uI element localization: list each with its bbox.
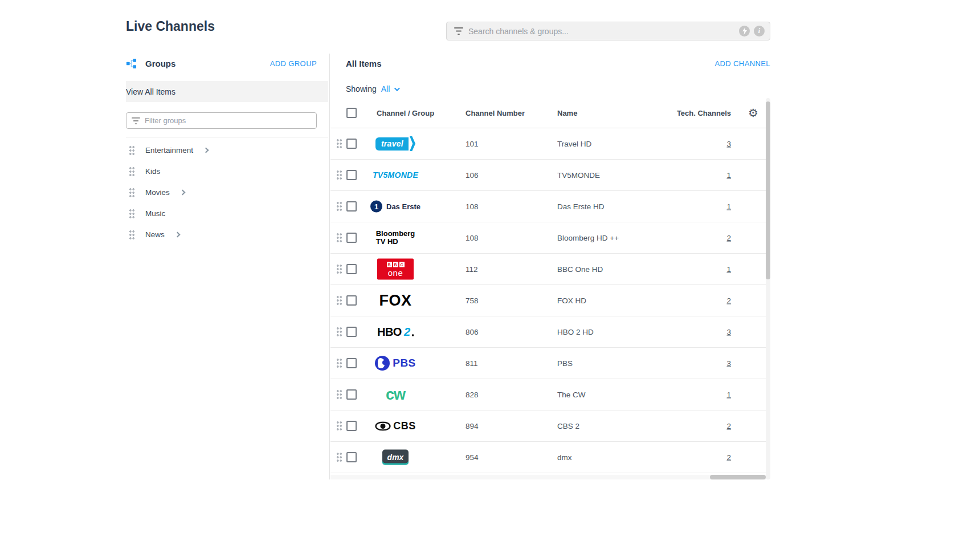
select-all-checkbox[interactable] [346, 108, 357, 118]
tech-channels-link[interactable]: 2 [726, 234, 731, 242]
add-channel-button[interactable]: ADD CHANNEL [714, 59, 770, 68]
drag-handle-icon[interactable] [129, 230, 135, 240]
table-row[interactable]: cw 828 The CW 1 [330, 379, 766, 410]
global-search[interactable] [446, 22, 770, 40]
channel-name: dmx [557, 453, 572, 462]
drag-handle-icon[interactable] [336, 264, 342, 274]
page-title: Live Channels [126, 19, 215, 34]
hbo2-logo: HBO2 [377, 326, 414, 339]
bbc-one-logo: BBCone [377, 259, 414, 280]
channel-logo: FOX [362, 292, 428, 310]
table-row[interactable]: PBS 811 PBS 3 [330, 348, 766, 379]
table-row[interactable]: BloombergTV HD 108 Bloomberg HD ++ 2 [330, 222, 766, 254]
vertical-scrollbar[interactable] [766, 98, 770, 479]
tech-channels-link[interactable]: 3 [726, 140, 731, 148]
table-row[interactable]: travel 101 Travel HD 3 [330, 128, 766, 160]
row-checkbox[interactable] [346, 295, 357, 306]
channel-logo: CBS [362, 420, 428, 432]
row-checkbox[interactable] [346, 421, 357, 431]
column-tech-channels: Tech. Channels [677, 109, 731, 117]
filter-icon [454, 27, 463, 35]
table-row[interactable]: CBS 894 CBS 2 2 [330, 410, 766, 442]
dmx-logo: dmx [382, 450, 409, 465]
add-group-button[interactable]: ADD GROUP [270, 59, 317, 68]
group-item[interactable]: Music [126, 203, 328, 224]
groups-sidebar: Groups ADD GROUP View All Items Entertai… [126, 54, 328, 73]
tech-channels-link[interactable]: 2 [726, 422, 731, 430]
search-input[interactable] [468, 27, 735, 36]
table-row[interactable]: BBCone 112 BBC One HD 1 [330, 254, 766, 285]
drag-handle-icon[interactable] [129, 166, 135, 177]
column-channel-number: Channel Number [466, 109, 525, 117]
row-checkbox[interactable] [346, 327, 357, 337]
filter-icon [132, 117, 140, 124]
channel-logo: travel [362, 136, 428, 151]
drag-handle-icon[interactable] [336, 327, 342, 337]
table-row[interactable]: TV5MONDE 106 TV5MONDE 1 [330, 160, 766, 191]
tech-channels-link[interactable]: 2 [726, 296, 731, 305]
row-checkbox[interactable] [346, 170, 357, 180]
chevron-right-icon[interactable] [203, 148, 209, 153]
row-checkbox[interactable] [346, 389, 357, 400]
showing-filter-dropdown[interactable]: All [381, 84, 390, 93]
row-checkbox[interactable] [346, 358, 357, 368]
drag-handle-icon[interactable] [336, 358, 342, 368]
group-item[interactable]: Movies [126, 182, 328, 203]
channel-name: Bloomberg HD ++ [557, 234, 619, 242]
channels-table: Channel / Group Channel Number Name Tech… [330, 98, 766, 473]
tech-channels-link[interactable]: 1 [726, 265, 731, 274]
info-icon[interactable] [754, 26, 765, 36]
drag-handle-icon[interactable] [336, 170, 342, 180]
channel-logo: 1Das Erste [362, 201, 428, 213]
group-item[interactable]: Kids [126, 161, 328, 182]
channel-logo: PBS [362, 356, 428, 371]
horizontal-scrollbar[interactable] [330, 475, 766, 479]
drag-handle-icon[interactable] [129, 209, 135, 219]
flash-icon[interactable] [739, 26, 750, 36]
table-header: Channel / Group Channel Number Name Tech… [330, 98, 766, 128]
group-item[interactable]: Entertainment [126, 140, 328, 161]
channel-logo: HBO2 [362, 326, 428, 339]
filter-groups-field[interactable] [126, 112, 317, 129]
drag-handle-icon[interactable] [336, 295, 342, 306]
channel-number: 106 [466, 171, 479, 180]
chevron-right-icon[interactable] [179, 190, 185, 196]
tech-channels-link[interactable]: 1 [726, 202, 731, 211]
row-checkbox[interactable] [346, 201, 357, 212]
drag-handle-icon[interactable] [336, 233, 342, 243]
row-checkbox[interactable] [346, 264, 357, 274]
row-checkbox[interactable] [346, 452, 357, 462]
drag-handle-icon[interactable] [336, 201, 342, 212]
tech-channels-link[interactable]: 3 [726, 359, 731, 368]
row-checkbox[interactable] [346, 139, 357, 149]
tech-channels-link[interactable]: 1 [726, 391, 731, 399]
group-item[interactable]: News [126, 224, 328, 245]
table-row[interactable]: 1Das Erste 108 Das Erste HD 1 [330, 191, 766, 222]
groups-icon [126, 58, 137, 69]
chevron-down-icon[interactable] [394, 86, 400, 91]
view-all-items[interactable]: View All Items [126, 81, 328, 102]
table-row[interactable]: FOX 758 FOX HD 2 [330, 285, 766, 316]
row-checkbox[interactable] [346, 233, 357, 243]
settings-gear-icon[interactable] [748, 107, 758, 119]
scrollbar-thumb[interactable] [766, 101, 770, 279]
drag-handle-icon[interactable] [336, 421, 342, 431]
chevron-right-icon[interactable] [174, 232, 180, 238]
tech-channels-link[interactable]: 3 [726, 328, 731, 336]
channels-panel: All Items ADD CHANNEL Showing All Channe… [330, 54, 770, 73]
fox-logo: FOX [379, 291, 411, 310]
drag-handle-icon[interactable] [336, 389, 342, 400]
tech-channels-link[interactable]: 1 [726, 171, 731, 180]
drag-handle-icon[interactable] [129, 188, 135, 198]
channel-number: 828 [466, 391, 479, 399]
filter-groups-input[interactable] [145, 116, 311, 125]
scrollbar-thumb[interactable] [710, 475, 766, 479]
drag-handle-icon[interactable] [336, 139, 342, 149]
table-row[interactable]: dmx 954 dmx 2 [330, 442, 766, 473]
divider [126, 137, 328, 137]
channel-name: TV5MONDE [557, 171, 600, 180]
tech-channels-link[interactable]: 2 [726, 453, 731, 462]
drag-handle-icon[interactable] [129, 145, 135, 156]
table-row[interactable]: HBO2 806 HBO 2 HD 3 [330, 316, 766, 348]
drag-handle-icon[interactable] [336, 452, 342, 462]
